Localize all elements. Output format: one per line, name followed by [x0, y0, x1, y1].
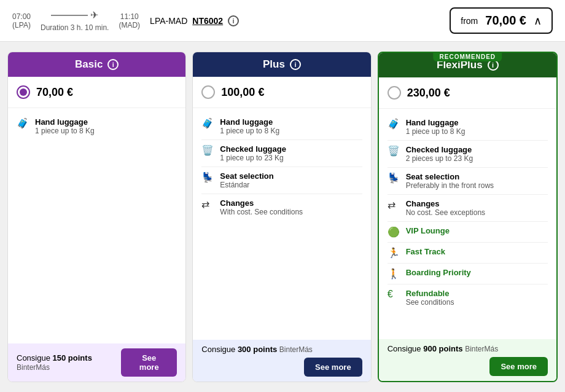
flexi-hand-luggage-title: Hand luggage	[406, 118, 466, 127]
flexi-feature-boarding: 🚶 Boarding Priority	[388, 264, 548, 284]
flexi-hand-luggage-sub: 1 piece up to 8 Kg	[406, 127, 466, 136]
flexi-bintermás: BinterMás	[465, 345, 498, 353]
plus-consigue: Consigue	[201, 345, 235, 354]
flexi-feature-seat: 💺 Seat selection Preferably in the front…	[388, 168, 548, 195]
flexi-points-text: Consigue 900 points BinterMás	[388, 344, 499, 353]
fast-track-icon: 🏃	[388, 247, 400, 259]
bag-icon: 🧳	[201, 117, 214, 129]
flexi-price: 230,00 €	[407, 87, 450, 100]
basic-points-value: 150 points	[53, 353, 92, 363]
basic-points-row: Consigue 150 points BinterMás See more	[8, 343, 185, 382]
flexi-seat-text: Seat selection Preferably in the front r…	[406, 172, 494, 190]
boarding-icon: 🚶	[388, 268, 400, 280]
flexi-checked-luggage-title: Checked luggage	[406, 145, 473, 154]
seat-icon: 💺	[201, 171, 214, 183]
basic-fare-column: Basic i 70,00 € 🧳 Hand luggage 1 piece u…	[7, 52, 186, 382]
flexi-seat-title: Seat selection	[406, 172, 494, 181]
arrival-code: (MAD)	[119, 21, 140, 29]
flexi-points-value: 900 points	[423, 344, 462, 353]
arrival-time-block: 11:10 (MAD)	[119, 12, 140, 29]
plus-checked-luggage-sub: 1 piece up to 23 Kg	[220, 154, 286, 162]
chevron-up-icon[interactable]: ∧	[534, 14, 542, 28]
flexi-vip-title: VIP Lounge	[406, 226, 450, 235]
flexi-feature-fasttrack: 🏃 Fast Track	[388, 243, 548, 264]
vip-icon: 🟢	[388, 226, 400, 238]
basic-radio[interactable]	[17, 85, 30, 99]
plus-changes-text: Changes With cost. See conditions	[220, 198, 303, 216]
flexi-features: 🧳 Hand luggage 1 piece up to 8 Kg 🗑️ Che…	[379, 109, 556, 339]
basic-hand-luggage-title: Hand luggage	[35, 117, 95, 127]
plus-hand-luggage-title: Hand luggage	[220, 117, 279, 127]
changes-icon: ⇄	[388, 199, 400, 211]
flexi-price-row[interactable]: 230,00 €	[379, 77, 556, 109]
basic-features: 🧳 Hand luggage 1 piece up to 8 Kg	[8, 108, 185, 343]
refund-icon: €	[388, 289, 400, 300]
route-label: LPA-MAD	[150, 16, 187, 26]
basic-info-icon[interactable]: i	[107, 59, 119, 70]
flexi-refundable-text: Refundable See conditions	[406, 289, 454, 307]
basic-price-row[interactable]: 70,00 €	[8, 77, 185, 108]
flexi-feature-changes: ⇄ Changes No cost. See exceptions	[388, 195, 548, 222]
plus-radio[interactable]	[201, 85, 215, 99]
flexi-changes-title: Changes	[406, 199, 485, 208]
plus-points-text: Consigue 300 points BinterMás	[201, 345, 313, 354]
flexi-feature-checkedluggage: 🗑️ Checked luggage 2 pieces up to 23 Kg	[388, 141, 548, 168]
arrival-time: 11:10	[120, 12, 139, 21]
flight-info-icon[interactable]: i	[228, 15, 239, 26]
flexi-refundable-sub: See conditions	[406, 298, 454, 307]
flexi-changes-sub: No cost. See exceptions	[406, 208, 485, 217]
plus-features: 🧳 Hand luggage 1 piece up to 8 Kg 🗑️ Che…	[193, 108, 370, 340]
plus-fare-header: Plus i	[193, 52, 370, 77]
plus-feature-handluggage: 🧳 Hand luggage 1 piece up to 8 Kg	[201, 113, 362, 140]
flexi-radio[interactable]	[388, 86, 401, 100]
plus-checked-luggage-text: Checked luggage 1 piece up to 23 Kg	[220, 144, 286, 162]
arrow-line	[51, 9, 98, 21]
basic-hand-luggage-text: Hand luggage 1 piece up to 8 Kg	[35, 117, 95, 135]
flight-duration-block: Duration 3 h. 10 min.	[41, 9, 109, 32]
price-summary-box: from 70,00 € ∧	[450, 7, 553, 34]
flexi-changes-text: Changes No cost. See exceptions	[406, 199, 485, 217]
plus-info-icon[interactable]: i	[290, 59, 301, 70]
basic-feature-handluggage: 🧳 Hand luggage 1 piece up to 8 Kg	[17, 113, 177, 139]
plus-price-row[interactable]: 100,00 €	[193, 77, 370, 108]
departure-time: 07:00	[12, 12, 31, 21]
basic-radio-inner	[20, 88, 27, 96]
flexi-hand-luggage-text: Hand luggage 1 piece up to 8 Kg	[406, 118, 466, 136]
flight-info: 07:00 (LPA) Duration 3 h. 10 min. 11:10 …	[12, 9, 239, 32]
basic-hand-luggage-sub: 1 piece up to 8 Kg	[35, 127, 95, 135]
plus-changes-sub: With cost. See conditions	[220, 208, 303, 216]
basic-points-text: Consigue 150 points BinterMás	[17, 353, 121, 372]
fare-selection-area: Basic i 70,00 € 🧳 Hand luggage 1 piece u…	[0, 42, 565, 392]
flexi-seat-sub: Preferably in the front rows	[406, 181, 494, 190]
flexi-boarding-text: Boarding Priority	[406, 268, 471, 277]
basic-see-more-button[interactable]: See more	[121, 348, 177, 377]
flexi-see-more-button[interactable]: See more	[489, 357, 548, 376]
plus-title: Plus	[263, 58, 285, 71]
flexi-feature-handluggage: 🧳 Hand luggage 1 piece up to 8 Kg	[388, 114, 548, 141]
flexi-checked-luggage-text: Checked luggage 2 pieces up to 23 Kg	[406, 145, 473, 163]
bag-icon: 🧳	[388, 118, 400, 130]
flexi-feature-refundable: € Refundable See conditions	[388, 284, 548, 311]
plus-checked-luggage-title: Checked luggage	[220, 144, 286, 154]
flexi-refundable-title: Refundable	[406, 289, 454, 298]
basic-bintermás: BinterMás	[17, 363, 50, 372]
from-label: from	[461, 16, 478, 26]
flexi-fare-column: RECOMMENDED FlexiPlus i 230,00 € 🧳 Hand …	[378, 52, 558, 382]
plus-bintermás: BinterMás	[279, 345, 313, 354]
plus-seat-sub: Estándar	[220, 181, 273, 189]
flight-header: 07:00 (LPA) Duration 3 h. 10 min. 11:10 …	[0, 0, 565, 42]
luggage-icon: 🗑️	[201, 144, 214, 156]
plus-points-row: Consigue 300 points BinterMás See more	[193, 340, 370, 382]
basic-fare-header: Basic i	[8, 52, 185, 77]
plus-see-more-button[interactable]: See more	[304, 358, 362, 377]
plus-seat-title: Seat selection	[220, 171, 273, 181]
changes-icon: ⇄	[201, 198, 214, 210]
flexi-boarding-title: Boarding Priority	[406, 268, 471, 277]
flexi-vip-text: VIP Lounge	[406, 226, 450, 235]
flexi-fasttrack-text: Fast Track	[406, 247, 445, 256]
luggage-icon: 🗑️	[388, 145, 400, 157]
recommended-badge: RECOMMENDED	[434, 52, 502, 61]
seat-icon: 💺	[388, 172, 400, 184]
plus-price: 100,00 €	[221, 86, 264, 99]
flexi-fasttrack-title: Fast Track	[406, 247, 445, 256]
